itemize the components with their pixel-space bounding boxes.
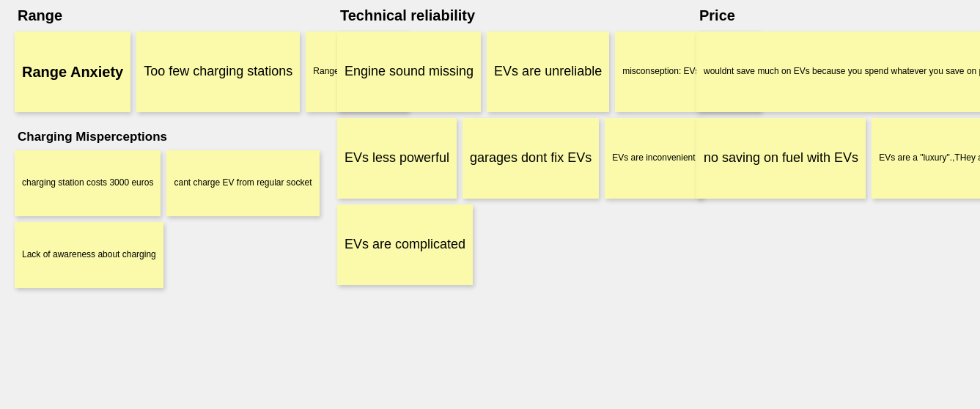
price-row-2: no saving on fuel with EVs EVs are a "lu… bbox=[696, 118, 975, 199]
tech-row-3: EVs are complicated bbox=[337, 204, 660, 285]
sticky-luxury: EVs are a "luxury".,THey are not exonomi… bbox=[872, 118, 980, 199]
sticky-evs-unreliable: EVs are unreliable bbox=[487, 32, 609, 112]
tech-row-2: EVs less powerful garages dont fix EVs E… bbox=[337, 118, 660, 199]
sticky-evs-inconvenient: EVs are inconvenient bbox=[605, 118, 702, 199]
range-title: Range bbox=[18, 7, 301, 24]
sticky-evs-less-powerful: EVs less powerful bbox=[337, 118, 457, 199]
technical-section: Technical reliability Engine sound missi… bbox=[337, 7, 660, 402]
range-row-1: Range Anxiety Too few charging stations … bbox=[15, 32, 301, 112]
price-section: Price wouldnt save much on EVs because y… bbox=[696, 7, 975, 402]
sticky-no-saving-fuel: no saving on fuel with EVs bbox=[696, 118, 866, 199]
sticky-engine-sound: Engine sound missing bbox=[337, 32, 481, 112]
sticky-charging-cost: charging station costs 3000 euros bbox=[15, 150, 161, 216]
sticky-lack-awareness: Lack of awareness about charging bbox=[15, 222, 163, 288]
board: Range Range Anxiety Too few charging sta… bbox=[0, 0, 980, 409]
technical-title: Technical reliability bbox=[340, 7, 660, 24]
range-row-2: charging station costs 3000 euros cant c… bbox=[15, 150, 301, 216]
sticky-range-anxiety: Range Anxiety bbox=[15, 32, 130, 112]
sticky-wouldnt-save: wouldnt save much on EVs because you spe… bbox=[696, 32, 980, 112]
sticky-evs-complicated: EVs are complicated bbox=[337, 204, 473, 285]
range-section: Range Range Anxiety Too few charging sta… bbox=[15, 7, 301, 402]
charging-misperceptions-title: Charging Misperceptions bbox=[18, 130, 301, 144]
tech-row-1: Engine sound missing EVs are unreliable … bbox=[337, 32, 660, 112]
sticky-too-few-charging: Too few charging stations bbox=[136, 32, 300, 112]
range-row-3: Lack of awareness about charging bbox=[15, 222, 301, 288]
price-title: Price bbox=[699, 7, 975, 24]
sticky-cant-charge-regular: cant charge EV from regular socket bbox=[166, 150, 319, 216]
sticky-garages: garages dont fix EVs bbox=[463, 118, 599, 199]
price-row-1: wouldnt save much on EVs because you spe… bbox=[696, 32, 975, 112]
